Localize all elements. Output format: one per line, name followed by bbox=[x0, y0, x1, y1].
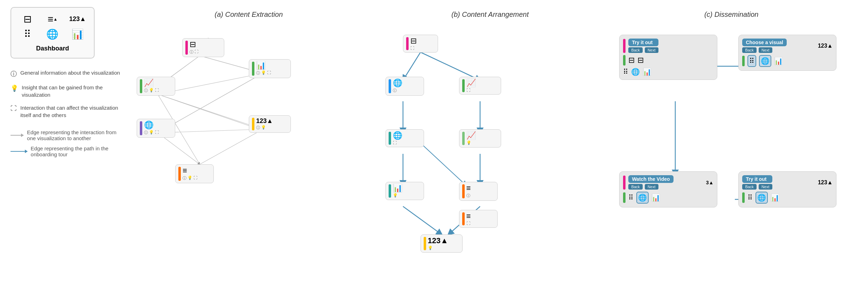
node-orange-table: ≡ ⓘ 💡 ⛶ bbox=[175, 164, 214, 183]
section-a: (a) Content Extraction bbox=[123, 7, 375, 294]
edge-item-blue: Edge representing the path in the onboar… bbox=[11, 145, 123, 157]
info-legend-text: General information about the visualizat… bbox=[20, 69, 120, 76]
legend-item-interaction: ⛶ Interaction that can affect the visual… bbox=[11, 104, 123, 119]
globe-icon: 🌐 bbox=[42, 28, 63, 40]
node-meta-yellow: ⓘ 💡 bbox=[256, 125, 273, 130]
card-choose-visual: Choose a visual Back Next 123▲ bbox=[738, 35, 836, 71]
next-btn-video[interactable]: Next bbox=[645, 184, 658, 190]
scatter-icon-c2: ⠿ bbox=[749, 57, 754, 65]
filter-b-icon: ⊟ bbox=[410, 37, 417, 45]
back-btn-top-left[interactable]: Back bbox=[628, 47, 642, 53]
info-meta6: ⓘ bbox=[183, 176, 186, 181]
info-meta5: ⓘ bbox=[256, 125, 260, 130]
back-btn-choose[interactable]: Back bbox=[742, 47, 756, 53]
next-btn-bottom[interactable]: Next bbox=[759, 184, 772, 190]
node-meta-orange: ⓘ 💡 ⛶ bbox=[183, 176, 197, 181]
filter-icon-c1: ⊟ bbox=[628, 56, 635, 65]
svg-line-10 bbox=[200, 129, 263, 164]
back-btn-video[interactable]: Back bbox=[628, 184, 642, 190]
node-b-pink: ⊟ ⛶ bbox=[403, 35, 438, 53]
section-b: (b) Content Arrangement bbox=[375, 7, 606, 294]
cursor-meta2: ⛶ bbox=[155, 88, 159, 93]
chart-icon-c1: 📊 bbox=[643, 68, 651, 76]
card-try-it-out-bottom: Try it out Back Next 123▲ ⠿ bbox=[738, 171, 836, 207]
candle-b-icon: 📊 bbox=[393, 184, 402, 192]
node-b-globe2: 🌐 ⛶ bbox=[385, 129, 424, 147]
next-btn-choose[interactable]: Next bbox=[759, 47, 772, 53]
node-b-number: 123▲ 💡 bbox=[421, 234, 463, 253]
interaction-legend-text: Interaction that can affect the visualiz… bbox=[20, 104, 123, 119]
svg-line-12 bbox=[421, 52, 480, 80]
globe-icon-v1: 🌐 bbox=[638, 194, 647, 201]
card-try-it-out-top: Try it out Back Next ⊟ ⊟ bbox=[619, 35, 717, 80]
node-b-meta-pink: ⛶ bbox=[410, 46, 417, 50]
highlighted-globe-v: 🌐 bbox=[636, 192, 649, 204]
chart-icon-tb1: 📊 bbox=[771, 193, 779, 202]
info-b-meta2: ⓘ bbox=[466, 193, 470, 198]
insight-meta5: 💡 bbox=[261, 125, 266, 130]
node-pink-filter: ⊟ ⓘ ⛶ bbox=[182, 38, 224, 57]
number-icon-try-bottom: 123▲ bbox=[818, 179, 833, 186]
node-green-candle: 📊 ⓘ 💡 ⛶ bbox=[249, 59, 291, 78]
section-a-graph: ⊟ ⓘ ⛶ 📈 ⓘ bbox=[130, 24, 368, 269]
watch-video-label: Watch the Video bbox=[628, 175, 673, 183]
insight-b-meta2: 💡 bbox=[393, 193, 398, 198]
node-meta-green-candle: ⓘ 💡 ⛶ bbox=[256, 70, 271, 76]
edge-legend: Edge representing the interaction from o… bbox=[11, 129, 123, 157]
node-b-meta-table2: ⛶ bbox=[466, 221, 471, 225]
section-c-title: (c) Dissemination bbox=[704, 11, 758, 19]
number-vis-icon: 123▲ bbox=[256, 118, 273, 124]
globe-icon-tb1: 🌐 bbox=[757, 194, 766, 201]
node-meta-green-line: ⓘ 💡 ⛶ bbox=[144, 88, 159, 93]
globe-b2-icon: 🌐 bbox=[393, 132, 402, 139]
svg-line-18 bbox=[403, 206, 442, 234]
candle-vis-icon: 📊 bbox=[256, 62, 271, 69]
node-b-meta-number: 💡 bbox=[428, 246, 448, 250]
back-btn-bottom[interactable]: Back bbox=[742, 184, 756, 190]
node-b-meta-table: ⓘ bbox=[466, 193, 471, 198]
interaction-icon: ⛶ bbox=[11, 105, 17, 112]
node-b-meta-line: ⛶ bbox=[466, 88, 476, 92]
info-meta4: ⓘ bbox=[144, 130, 148, 135]
table-b2-icon: ≡ bbox=[466, 212, 471, 220]
table-icon: ≡▲ bbox=[42, 13, 63, 25]
dashboard-label: Dashboard bbox=[17, 45, 88, 52]
node-b-table: ≡ ⓘ bbox=[459, 182, 498, 201]
scatter-icon: ⠿ bbox=[17, 28, 38, 40]
next-btn-top-left[interactable]: Next bbox=[645, 47, 658, 53]
cursor-b-meta3: ⛶ bbox=[393, 141, 397, 145]
scatter-icon-c1: ⠿ bbox=[623, 68, 628, 76]
gray-edge-line bbox=[11, 135, 23, 136]
highlighted-scatter: ⠿ bbox=[747, 55, 756, 67]
globe-icon-c2: 🌐 bbox=[761, 57, 770, 65]
node-b-globe: 🌐 ⓘ bbox=[385, 77, 424, 96]
number-b-icon: 123▲ bbox=[428, 237, 448, 245]
blue-edge-line bbox=[11, 151, 27, 152]
legend-section: ⊟ ≡▲ 123▲ ⠿ 🌐 📊 Dashboard ⓘ General info… bbox=[11, 7, 123, 294]
dashboard-box: ⊟ ≡▲ 123▲ ⠿ 🌐 📊 Dashboard bbox=[11, 7, 95, 59]
node-green-linechart: 📈 ⓘ 💡 ⛶ bbox=[137, 77, 175, 96]
info-icon: ⓘ bbox=[11, 70, 17, 78]
insight-meta6: 💡 bbox=[187, 176, 192, 181]
linechart-vis-icon: 📈 bbox=[144, 79, 159, 87]
node-meta-pink: ⓘ ⛶ bbox=[190, 49, 198, 55]
node-b-linechart: 📈 ⛶ bbox=[459, 77, 501, 95]
highlighted-globe: 🌐 bbox=[759, 55, 771, 67]
node-b-meta-line2: 💡 bbox=[466, 141, 476, 145]
node-meta-purple: ⓘ 💡 ⛶ bbox=[144, 130, 159, 135]
chart-icon-v1: 📊 bbox=[651, 193, 660, 202]
main-container: ⊟ ≡▲ 123▲ ⠿ 🌐 📊 Dashboard ⓘ General info… bbox=[0, 0, 868, 301]
node-yellow-number: 123▲ ⓘ 💡 bbox=[249, 115, 291, 133]
legend-item-insight: 💡 Insight that can be gained from the vi… bbox=[11, 84, 123, 98]
legend-item-info: ⓘ General information about the visualiz… bbox=[11, 69, 123, 78]
table-vis-icon: ≡ bbox=[183, 167, 197, 175]
try-it-out-top-label: Try it out bbox=[628, 39, 658, 46]
node-b-meta-globe2: ⛶ bbox=[393, 141, 402, 145]
card-watch-video: Watch the Video Back Next 3▲ ⠿ bbox=[619, 171, 717, 207]
insight-meta2: 💡 bbox=[149, 88, 154, 93]
table-b-icon: ≡ bbox=[466, 184, 471, 192]
edge-item-gray: Edge representing the interaction from o… bbox=[11, 129, 123, 141]
node-b-candle: 📊 💡 bbox=[385, 182, 424, 200]
section-c: (c) Dissemination bbox=[605, 7, 857, 294]
scatter-icon-v1: ⠿ bbox=[628, 193, 634, 202]
